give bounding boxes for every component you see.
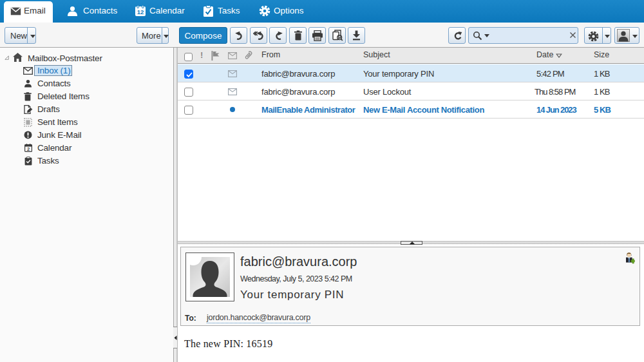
- svg-text:12: 12: [137, 8, 144, 15]
- svg-text:2: 2: [27, 146, 30, 152]
